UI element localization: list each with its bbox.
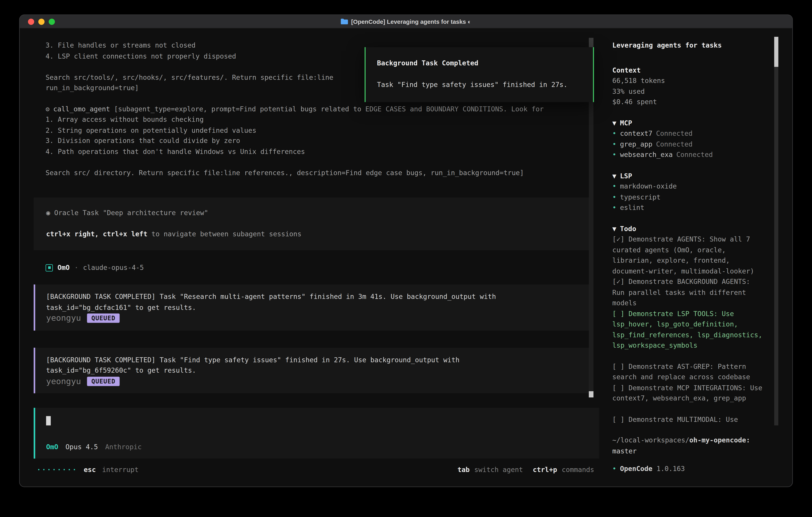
tab-key-label: switch agent xyxy=(474,465,523,475)
agent-name: OmO xyxy=(58,263,70,273)
todo-item: [ ] Demonstrate AST-GREP: Pattern search… xyxy=(612,361,763,383)
task-author: yeongyu xyxy=(46,376,81,386)
agent-session-header[interactable]: OmO · claude-opus-4-5 xyxy=(46,263,605,273)
tool-call-block: ⚙call_omo_agent [subagent_type=explore, … xyxy=(46,104,605,178)
app-version: 1.0.163 xyxy=(657,465,685,472)
bullet-icon: • xyxy=(612,182,616,190)
oracle-task-card[interactable]: ◉ Oracle Task "Deep architecture review"… xyxy=(34,197,590,250)
bullet-icon: • xyxy=(612,140,616,148)
lsp-item: •typescript xyxy=(612,192,763,202)
tool-call-line: 4. Path operations that don't handle Win… xyxy=(46,146,605,157)
notification-toast[interactable]: Background Task Completed Task "Find typ… xyxy=(365,47,594,102)
app-version-row: •OpenCode 1.0.163 xyxy=(612,464,763,474)
context-spent: $0.46 spent xyxy=(612,97,763,108)
todo-item: [ ] Demonstrate LSP TOOLS: Use lsp_hover… xyxy=(612,308,763,351)
gear-icon: ⚙ xyxy=(46,105,50,113)
lsp-name: markdown-oxide xyxy=(620,182,677,190)
ctrl-p-key-hint: ctrl+p xyxy=(533,465,557,475)
mcp-status: Connected xyxy=(656,140,693,148)
mcp-section-header[interactable]: ▼MCP xyxy=(612,118,763,129)
lsp-name: eslint xyxy=(620,204,644,212)
toast-body: Task "Find type safety issues" finished … xyxy=(377,80,583,90)
status-bar-right: tab switch agent ctrl+p commands xyxy=(458,465,594,475)
session-title: Leveraging agents for tasks xyxy=(612,40,763,51)
workspace-path: ~/local-workspaces/oh-my-opencode: xyxy=(612,435,763,446)
workspace-branch: master xyxy=(612,446,763,456)
tool-call-line xyxy=(46,157,605,167)
mcp-status: Connected xyxy=(676,151,713,159)
subagent-shortcut-hint: ctrl+x right, ctrl+x left to navigate be… xyxy=(46,229,590,240)
shortcut-keys: ctrl+x right, ctrl+x left xyxy=(46,230,147,238)
context-used: 33% used xyxy=(612,86,763,97)
tab-key-hint: tab xyxy=(458,465,470,475)
workspace-path-prefix: ~/local-workspaces/ xyxy=(612,436,689,444)
window-title: [OpenCode] Leveraging agents for tasks ◐ xyxy=(20,15,792,28)
lsp-name: typescript xyxy=(620,193,661,201)
task-author: yeongyu xyxy=(46,313,81,324)
task-meta-row: yeongyu QUEUED xyxy=(46,313,580,324)
toast-title: Background Task Completed xyxy=(377,58,583,69)
lsp-item: •eslint xyxy=(612,202,763,213)
bullet-icon: • xyxy=(612,465,616,472)
input-meta-row: OmO Opus 4.5 Anthropic xyxy=(46,442,600,453)
collapse-triangle-icon: ▼ xyxy=(612,225,616,233)
scrollbar-thumb[interactable] xyxy=(589,391,593,398)
ctrl-p-key-label: commands xyxy=(562,465,594,475)
sidebar-scrollbar-thumb[interactable] xyxy=(774,37,778,67)
tool-call-line: 2. String operations on potentially unde… xyxy=(46,125,605,136)
terminal-window: [OpenCode] Leveraging agents for tasks ◐… xyxy=(19,15,793,487)
collapse-triangle-icon: ▼ xyxy=(612,172,616,180)
todo-item: [ ] Demonstrate MCP INTEGRATIONS: Use co… xyxy=(612,383,763,404)
tool-args: [subagent_type=explore, prompt=Find pote… xyxy=(114,105,544,113)
input-agent-name: OmO xyxy=(46,442,58,453)
separator-dot: · xyxy=(74,263,78,273)
background-task-card[interactable]: [BACKGROUND TASK COMPLETED] Task "Resear… xyxy=(34,284,590,330)
mcp-name: websearch_exa xyxy=(620,151,673,159)
folder-icon xyxy=(341,19,348,24)
session-pane: 3. File handles or streams not closed 4.… xyxy=(20,28,604,487)
status-bar: ········ esc interrupt tab switch agent … xyxy=(37,465,594,475)
mcp-item: •websearch_exaConnected xyxy=(612,150,763,160)
bullet-icon: • xyxy=(612,130,616,137)
agent-checkbox-icon xyxy=(46,264,53,271)
tool-call-line: Search src/ directory. Return specific f… xyxy=(46,167,605,178)
shortcut-description: to navigate between subagent sessions xyxy=(147,230,301,238)
mcp-name: grep_app xyxy=(620,140,652,148)
todo-item: [ ] Demonstrate MULTIMODAL: Use xyxy=(612,414,763,425)
spinner-dots-icon: ········ xyxy=(37,465,78,475)
context-section-header: Context xyxy=(612,65,763,76)
desktop: [OpenCode] Leveraging agents for tasks ◐… xyxy=(0,0,812,517)
status-badge: QUEUED xyxy=(87,377,120,386)
prompt-input[interactable]: OmO Opus 4.5 Anthropic xyxy=(34,408,599,459)
lsp-header-label: LSP xyxy=(620,172,632,180)
sidebar: Leveraging agents for tasks Context 66,5… xyxy=(605,28,792,487)
text-cursor xyxy=(46,416,51,426)
workspace-repo: oh-my-opencode: xyxy=(689,436,750,444)
todo-item: [✓] Demonstrate AGENTS: Show all 7 curat… xyxy=(612,234,763,277)
esc-key-hint: esc xyxy=(84,465,96,475)
background-task-card[interactable]: [BACKGROUND TASK COMPLETED] Task "Find t… xyxy=(34,348,590,393)
bullet-icon: • xyxy=(612,204,616,212)
task-message-line: task_id="bg_dcfac161" to get results. xyxy=(46,302,580,313)
tool-call-line: 3. Division operations that could divide… xyxy=(46,136,605,146)
todo-header-label: Todo xyxy=(620,225,636,233)
tool-call-line: 1. Array access without bounds checking xyxy=(46,114,605,125)
window-title-text: [OpenCode] Leveraging agents for tasks ◐ xyxy=(351,19,471,25)
collapse-triangle-icon: ▼ xyxy=(612,119,616,127)
todo-section-header[interactable]: ▼Todo xyxy=(612,223,763,234)
input-model-name: Opus 4.5 xyxy=(65,442,98,453)
bullet-icon: • xyxy=(612,151,616,159)
esc-key-label: interrupt xyxy=(102,465,139,475)
bullet-icon: • xyxy=(612,193,616,201)
titlebar[interactable]: [OpenCode] Leveraging agents for tasks ◐ xyxy=(20,15,792,28)
record-icon: ◉ xyxy=(46,209,50,217)
sidebar-scrollbar[interactable] xyxy=(774,37,778,426)
oracle-task-title: ◉ Oracle Task "Deep architecture review" xyxy=(46,208,590,218)
blank-line xyxy=(46,218,590,229)
lsp-item: •markdown-oxide xyxy=(612,181,763,192)
window-content: 3. File handles or streams not closed 4.… xyxy=(20,28,792,487)
tool-call-header: ⚙call_omo_agent [subagent_type=explore, … xyxy=(46,104,605,114)
mcp-header-label: MCP xyxy=(620,119,632,127)
task-message-line: task_id="bg_6f59260c" to get results. xyxy=(46,365,580,376)
lsp-section-header[interactable]: ▼LSP xyxy=(612,171,763,181)
